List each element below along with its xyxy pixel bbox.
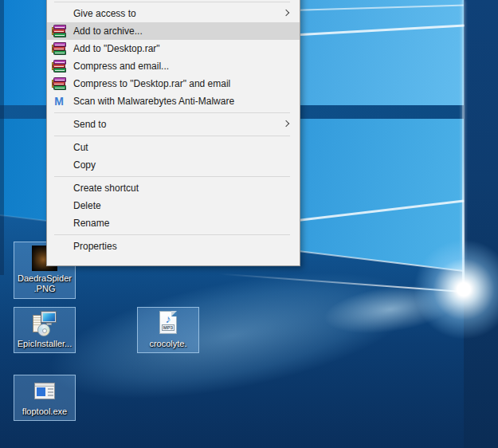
menu-item-label: Create shortcut (73, 183, 139, 194)
chevron-right-icon (283, 10, 289, 16)
music-note-icon: ♪ (160, 312, 176, 325)
menu-item-add-to-desktop-rar[interactable]: Add to "Desktop.rar" (47, 40, 300, 57)
wallpaper-right-strip (464, 0, 498, 448)
winrar-icon (52, 60, 66, 73)
menu-item-properties[interactable]: Properties (47, 238, 300, 255)
menu-separator (54, 176, 290, 177)
icon-label: EpicInstaller... (18, 339, 72, 349)
application-window-icon (31, 378, 58, 405)
winrar-icon (52, 77, 66, 90)
menu-separator (54, 234, 290, 235)
menu-item-compress-and-email[interactable]: Compress and email... (47, 57, 300, 75)
winrar-icon (52, 42, 66, 55)
menu-item-copy[interactable]: Copy (47, 156, 300, 174)
menu-item-label: Add to "Desktop.rar" (73, 43, 160, 54)
menu-item-label: Send to (73, 119, 106, 130)
menu-item-label: Compress and email... (73, 61, 169, 72)
icon-label: floptool.exe (22, 407, 67, 417)
menu-separator (54, 2, 290, 2)
menu-item-create-shortcut[interactable]: Create shortcut (47, 179, 300, 197)
desktop-icon-crocolyte[interactable]: ♪ MP3 crocolyte. (137, 307, 199, 353)
menu-item-label: Add to archive... (73, 26, 143, 37)
chevron-right-icon (283, 120, 289, 127)
wallpaper-left-edge (0, 0, 4, 275)
desktop-icon-floptool[interactable]: floptool.exe (14, 375, 76, 421)
icon-label: DaedraSpider (18, 273, 72, 284)
menu-item-label: Copy (73, 159, 96, 171)
mp3-badge: MP3 (162, 324, 174, 331)
installer-icon (31, 310, 58, 337)
menu-item-label: Rename (73, 218, 109, 229)
menu-item-scan-with-malwarebytes[interactable]: Scan with Malwarebytes Anti-Malware (47, 92, 300, 110)
menu-item-compress-to-desktop-rar-and-email[interactable]: Compress to "Desktop.rar" and email (47, 75, 300, 92)
mp3-file-icon: ♪ MP3 (155, 310, 182, 337)
menu-separator (54, 136, 290, 136)
menu-item-send-to[interactable]: Send to (47, 116, 300, 133)
menu-item-rename[interactable]: Rename (47, 214, 300, 232)
menu-item-label: Scan with Malwarebytes Anti-Malware (73, 96, 234, 107)
icon-label-extension: .PNG (34, 284, 56, 294)
cd-disc-icon (37, 324, 50, 336)
malwarebytes-icon (52, 95, 66, 108)
menu-item-add-to-archive[interactable]: Add to archive... (47, 22, 300, 40)
menu-item-label: Compress to "Desktop.rar" and email (73, 78, 230, 89)
desktop-icon-epicinstaller[interactable]: EpicInstaller... (14, 307, 76, 353)
menu-item-label: Properties (73, 241, 117, 252)
menu-item-label: Cut (73, 142, 88, 153)
light-convergence-glow (412, 238, 498, 341)
menu-separator (54, 112, 290, 113)
menu-item-give-access-to[interactable]: Give access to (47, 5, 300, 22)
menu-item-label: Give access to (73, 8, 136, 19)
context-menu: Share Give access to Add to archive... A… (46, 0, 300, 266)
winrar-icon (52, 25, 66, 37)
windows-desktop: DaedraSpider .PNG EpicInstaller... ♪ MP3… (0, 0, 498, 448)
menu-item-label: Delete (73, 200, 101, 211)
icon-label: crocolyte. (149, 339, 186, 349)
menu-item-cut[interactable]: Cut (47, 139, 300, 156)
menu-item-delete[interactable]: Delete (47, 197, 300, 214)
